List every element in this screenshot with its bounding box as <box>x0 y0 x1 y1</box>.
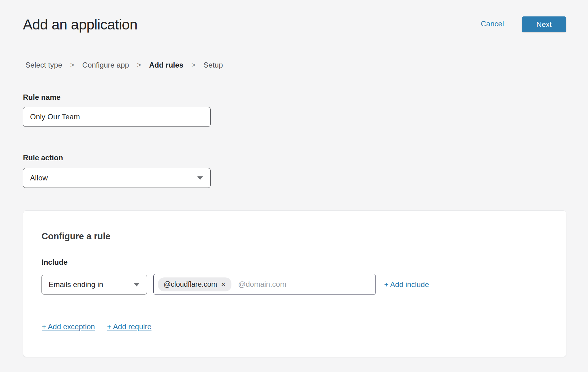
next-button[interactable]: Next <box>522 16 566 32</box>
rule-action-select[interactable]: Allow <box>23 168 211 188</box>
rule-extra-links: + Add exception + Add require <box>42 322 151 331</box>
cancel-button[interactable]: Cancel <box>481 20 504 28</box>
breadcrumb-step-setup[interactable]: Setup <box>204 61 223 69</box>
add-require-link[interactable]: + Add require <box>107 322 151 331</box>
breadcrumb-separator-icon: > <box>70 61 74 69</box>
breadcrumb-step-select-type[interactable]: Select type <box>25 61 62 69</box>
breadcrumb-step-configure-app[interactable]: Configure app <box>82 61 129 69</box>
rule-action-selected-value: Allow <box>30 174 48 182</box>
email-domain-tag: @cloudflare.com ✕ <box>158 277 231 291</box>
include-label: Include <box>42 258 68 267</box>
rule-name-input[interactable] <box>23 107 211 127</box>
breadcrumb: Select type > Configure app > Add rules … <box>25 61 223 69</box>
rule-name-label: Rule name <box>23 93 60 102</box>
breadcrumb-step-add-rules[interactable]: Add rules <box>149 61 183 69</box>
configure-rule-card: Configure a rule Include Emails ending i… <box>23 210 566 357</box>
breadcrumb-separator-icon: > <box>137 61 141 69</box>
email-domain-tag-label: @cloudflare.com <box>164 280 217 289</box>
page-title: Add an application <box>23 16 138 33</box>
email-domains-tag-input[interactable]: @cloudflare.com ✕ <box>153 274 376 295</box>
add-include-link[interactable]: + Add include <box>384 280 429 289</box>
chevron-down-icon <box>134 283 139 286</box>
card-title: Configure a rule <box>42 231 110 241</box>
include-criteria-selected-value: Emails ending in <box>49 280 103 289</box>
rule-action-label: Rule action <box>23 153 63 162</box>
email-domain-input[interactable] <box>238 280 371 289</box>
chevron-down-icon <box>197 176 203 180</box>
remove-tag-icon[interactable]: ✕ <box>221 281 226 287</box>
breadcrumb-separator-icon: > <box>191 61 195 69</box>
include-criteria-select[interactable]: Emails ending in <box>42 275 147 294</box>
add-exception-link[interactable]: + Add exception <box>42 322 95 331</box>
